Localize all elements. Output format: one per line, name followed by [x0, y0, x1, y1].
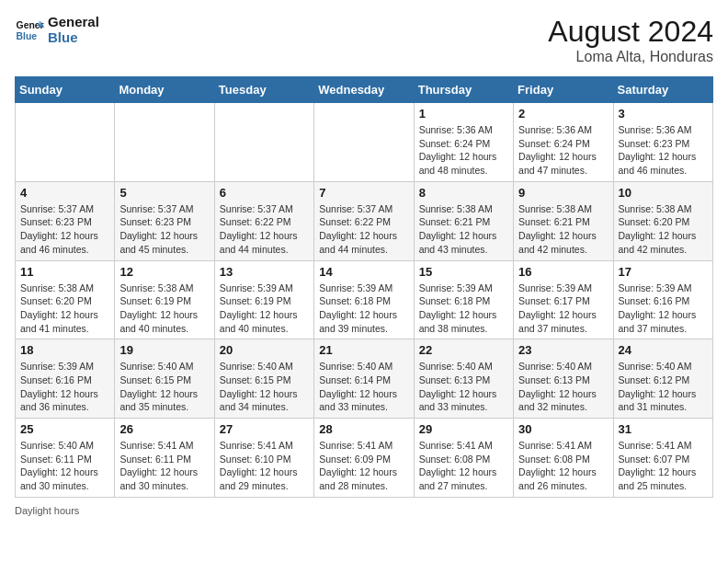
- calendar-cell: 6Sunrise: 5:37 AM Sunset: 6:22 PM Daylig…: [214, 181, 313, 260]
- day-number: 16: [518, 265, 608, 279]
- day-info: Sunrise: 5:40 AM Sunset: 6:15 PM Dayligh…: [119, 360, 209, 414]
- calendar-cell: 12Sunrise: 5:38 AM Sunset: 6:19 PM Dayli…: [115, 260, 214, 339]
- calendar-cell: 4Sunrise: 5:37 AM Sunset: 6:23 PM Daylig…: [16, 181, 115, 260]
- logo-line1: General: [48, 15, 99, 30]
- calendar-cell: 21Sunrise: 5:40 AM Sunset: 6:14 PM Dayli…: [314, 339, 414, 419]
- day-info: Sunrise: 5:39 AM Sunset: 6:19 PM Dayligh…: [220, 282, 309, 336]
- day-number: 2: [518, 107, 608, 121]
- day-of-week-header: Friday: [514, 77, 613, 103]
- calendar-cell: 16Sunrise: 5:39 AM Sunset: 6:17 PM Dayli…: [514, 260, 613, 339]
- calendar-cell: 28Sunrise: 5:41 AM Sunset: 6:09 PM Dayli…: [314, 419, 414, 498]
- day-number: 7: [319, 186, 408, 200]
- calendar-cell: 31Sunrise: 5:41 AM Sunset: 6:07 PM Dayli…: [613, 419, 712, 498]
- day-info: Sunrise: 5:41 AM Sunset: 6:09 PM Dayligh…: [319, 439, 408, 493]
- day-info: Sunrise: 5:40 AM Sunset: 6:13 PM Dayligh…: [419, 360, 508, 414]
- calendar-week-row: 25Sunrise: 5:40 AM Sunset: 6:11 PM Dayli…: [16, 419, 713, 498]
- day-info: Sunrise: 5:40 AM Sunset: 6:12 PM Dayligh…: [619, 360, 708, 414]
- day-number: 28: [319, 422, 408, 436]
- day-number: 9: [518, 186, 608, 200]
- day-number: 5: [119, 186, 209, 200]
- calendar-week-row: 1Sunrise: 5:36 AM Sunset: 6:24 PM Daylig…: [16, 103, 713, 182]
- calendar-cell: 7Sunrise: 5:37 AM Sunset: 6:22 PM Daylig…: [314, 181, 414, 260]
- day-number: 17: [619, 265, 708, 279]
- calendar-cell: 18Sunrise: 5:39 AM Sunset: 6:16 PM Dayli…: [16, 339, 115, 419]
- day-info: Sunrise: 5:41 AM Sunset: 6:08 PM Dayligh…: [518, 439, 608, 493]
- calendar-cell: [214, 103, 313, 182]
- day-info: Sunrise: 5:38 AM Sunset: 6:21 PM Dayligh…: [518, 202, 608, 257]
- day-number: 3: [619, 107, 708, 121]
- calendar-week-row: 11Sunrise: 5:38 AM Sunset: 6:20 PM Dayli…: [16, 260, 713, 339]
- day-info: Sunrise: 5:37 AM Sunset: 6:22 PM Dayligh…: [319, 202, 408, 257]
- day-number: 12: [119, 265, 209, 279]
- day-number: 26: [119, 422, 209, 436]
- logo-line2: Blue: [48, 30, 99, 46]
- calendar-cell: 24Sunrise: 5:40 AM Sunset: 6:12 PM Dayli…: [613, 339, 712, 419]
- calendar-week-row: 18Sunrise: 5:39 AM Sunset: 6:16 PM Dayli…: [16, 339, 713, 419]
- calendar-cell: 29Sunrise: 5:41 AM Sunset: 6:08 PM Dayli…: [414, 419, 513, 498]
- page-header: General Blue General Blue August 2024 Lo…: [15, 15, 713, 65]
- day-info: Sunrise: 5:36 AM Sunset: 6:23 PM Dayligh…: [619, 123, 708, 178]
- calendar-cell: 19Sunrise: 5:40 AM Sunset: 6:15 PM Dayli…: [115, 339, 214, 419]
- day-number: 23: [518, 343, 608, 357]
- calendar-cell: 25Sunrise: 5:40 AM Sunset: 6:11 PM Dayli…: [16, 419, 115, 498]
- day-number: 27: [220, 422, 309, 436]
- day-info: Sunrise: 5:41 AM Sunset: 6:07 PM Dayligh…: [619, 439, 708, 493]
- calendar-cell: [115, 103, 214, 182]
- calendar-cell: 22Sunrise: 5:40 AM Sunset: 6:13 PM Dayli…: [414, 339, 513, 419]
- day-info: Sunrise: 5:38 AM Sunset: 6:20 PM Dayligh…: [619, 202, 708, 257]
- day-info: Sunrise: 5:39 AM Sunset: 6:18 PM Dayligh…: [419, 282, 508, 336]
- calendar-week-row: 4Sunrise: 5:37 AM Sunset: 6:23 PM Daylig…: [16, 181, 713, 260]
- day-number: 19: [119, 343, 209, 357]
- day-of-week-header: Saturday: [613, 77, 712, 103]
- day-info: Sunrise: 5:39 AM Sunset: 6:18 PM Dayligh…: [319, 282, 408, 336]
- day-number: 20: [220, 343, 309, 357]
- day-info: Sunrise: 5:40 AM Sunset: 6:14 PM Dayligh…: [319, 360, 408, 414]
- calendar-cell: 26Sunrise: 5:41 AM Sunset: 6:11 PM Dayli…: [115, 419, 214, 498]
- calendar-cell: 13Sunrise: 5:39 AM Sunset: 6:19 PM Dayli…: [214, 260, 313, 339]
- day-info: Sunrise: 5:38 AM Sunset: 6:21 PM Dayligh…: [419, 202, 508, 257]
- day-info: Sunrise: 5:37 AM Sunset: 6:22 PM Dayligh…: [220, 202, 309, 257]
- day-number: 25: [20, 422, 109, 436]
- calendar-table: SundayMondayTuesdayWednesdayThursdayFrid…: [15, 76, 713, 498]
- calendar-cell: [16, 103, 115, 182]
- calendar-cell: 20Sunrise: 5:40 AM Sunset: 6:15 PM Dayli…: [214, 339, 313, 419]
- footer: Daylight hours: [15, 505, 713, 516]
- calendar-cell: [314, 103, 414, 182]
- title-block: August 2024 Loma Alta, Honduras: [548, 15, 713, 65]
- day-info: Sunrise: 5:39 AM Sunset: 6:16 PM Dayligh…: [20, 360, 109, 414]
- day-of-week-header: Monday: [115, 77, 214, 103]
- day-info: Sunrise: 5:40 AM Sunset: 6:15 PM Dayligh…: [220, 360, 309, 414]
- day-number: 14: [319, 265, 408, 279]
- day-of-week-header: Tuesday: [214, 77, 313, 103]
- day-number: 8: [419, 186, 508, 200]
- logo: General Blue General Blue: [15, 15, 99, 45]
- logo-icon: General Blue: [15, 16, 44, 45]
- daylight-label: Daylight hours: [15, 505, 79, 516]
- day-info: Sunrise: 5:38 AM Sunset: 6:19 PM Dayligh…: [119, 282, 209, 336]
- calendar-cell: 14Sunrise: 5:39 AM Sunset: 6:18 PM Dayli…: [314, 260, 414, 339]
- day-info: Sunrise: 5:37 AM Sunset: 6:23 PM Dayligh…: [119, 202, 209, 257]
- day-of-week-header: Sunday: [16, 77, 115, 103]
- day-number: 4: [20, 186, 109, 200]
- calendar-cell: 5Sunrise: 5:37 AM Sunset: 6:23 PM Daylig…: [115, 181, 214, 260]
- day-info: Sunrise: 5:40 AM Sunset: 6:13 PM Dayligh…: [518, 360, 608, 414]
- day-number: 13: [220, 265, 309, 279]
- day-number: 1: [419, 107, 508, 121]
- main-title: August 2024: [548, 15, 713, 49]
- day-info: Sunrise: 5:40 AM Sunset: 6:11 PM Dayligh…: [20, 439, 109, 493]
- calendar-cell: 10Sunrise: 5:38 AM Sunset: 6:20 PM Dayli…: [613, 181, 712, 260]
- calendar-cell: 30Sunrise: 5:41 AM Sunset: 6:08 PM Dayli…: [514, 419, 613, 498]
- day-number: 31: [619, 422, 708, 436]
- calendar-header: SundayMondayTuesdayWednesdayThursdayFrid…: [16, 77, 713, 103]
- day-info: Sunrise: 5:36 AM Sunset: 6:24 PM Dayligh…: [518, 123, 608, 178]
- calendar-cell: 9Sunrise: 5:38 AM Sunset: 6:21 PM Daylig…: [514, 181, 613, 260]
- day-number: 21: [319, 343, 408, 357]
- calendar-cell: 15Sunrise: 5:39 AM Sunset: 6:18 PM Dayli…: [414, 260, 513, 339]
- day-info: Sunrise: 5:41 AM Sunset: 6:10 PM Dayligh…: [220, 439, 309, 493]
- day-number: 22: [419, 343, 508, 357]
- day-number: 6: [220, 186, 309, 200]
- day-info: Sunrise: 5:37 AM Sunset: 6:23 PM Dayligh…: [20, 202, 109, 257]
- day-number: 24: [619, 343, 708, 357]
- calendar-cell: 11Sunrise: 5:38 AM Sunset: 6:20 PM Dayli…: [16, 260, 115, 339]
- day-info: Sunrise: 5:38 AM Sunset: 6:20 PM Dayligh…: [20, 282, 109, 336]
